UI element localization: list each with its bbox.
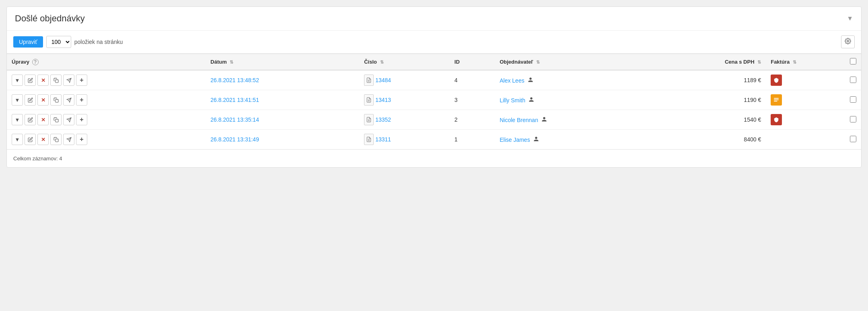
edit-button[interactable]: Upraviť <box>13 36 43 48</box>
price-cell: 1189 € <box>658 70 766 90</box>
order-id: 2 <box>450 110 495 130</box>
header-id: ID <box>450 54 495 70</box>
faktura-badge-red[interactable] <box>771 75 782 86</box>
faktura-cell <box>766 110 845 130</box>
svg-rect-1 <box>55 79 58 82</box>
faktura-cell <box>766 90 845 110</box>
edit-row-btn[interactable] <box>25 114 36 125</box>
send-icon <box>66 97 72 103</box>
shield-icon <box>773 77 779 83</box>
toolbar: Upraviť 100 10 25 50 200 položiek na str… <box>7 31 861 54</box>
copy-icon <box>53 97 59 103</box>
svg-rect-13 <box>55 139 58 141</box>
send-row-btn[interactable] <box>63 75 74 86</box>
row-checkbox[interactable] <box>850 77 856 83</box>
datum-link[interactable]: 26.8.2021 13:31:49 <box>210 136 259 143</box>
send-icon <box>66 137 72 142</box>
copy-row-btn[interactable] <box>50 94 62 106</box>
edit-row-btn[interactable] <box>25 75 36 86</box>
edit-row-btn[interactable] <box>25 94 36 106</box>
svg-rect-9 <box>774 101 777 102</box>
header-objednavatel[interactable]: Objednávateľ ⇅ <box>495 54 657 70</box>
table-row: ▼ ✕ + 26.8.2021 13:35:14 13352 2 Nicole … <box>7 110 861 130</box>
row-checkbox[interactable] <box>850 116 856 122</box>
send-row-btn[interactable] <box>63 134 74 145</box>
sort-cena-icon: ⇅ <box>757 60 761 65</box>
datum-link[interactable]: 26.8.2021 13:35:14 <box>210 116 259 123</box>
row-checkbox[interactable] <box>850 136 856 142</box>
price-cell: 8400 € <box>658 130 766 149</box>
order-id: 3 <box>450 90 495 110</box>
person-icon <box>528 77 533 84</box>
delete-row-btn[interactable]: ✕ <box>37 94 49 106</box>
pencil-icon <box>28 117 33 122</box>
pencil-icon <box>28 78 33 83</box>
dropdown-btn[interactable]: ▼ <box>12 94 23 106</box>
table-footer: Celkom záznamov: 4 <box>7 149 861 167</box>
action-buttons: ▼ ✕ + <box>12 114 201 125</box>
svg-rect-4 <box>55 99 58 102</box>
action-buttons: ▼ ✕ + <box>12 94 201 106</box>
copy-row-btn[interactable] <box>50 114 62 125</box>
table-row: ▼ ✕ + 26.8.2021 13:41:51 13413 3 Lilly S… <box>7 90 861 110</box>
svg-rect-8 <box>774 100 779 100</box>
cislo-link[interactable]: 13352 <box>375 116 391 123</box>
datum-link[interactable]: 26.8.2021 13:41:51 <box>210 97 259 103</box>
header-checkbox <box>845 54 861 70</box>
faktura-badge-red[interactable] <box>771 114 782 125</box>
faktura-cell <box>766 130 845 149</box>
orders-table: Úpravy ? Dátum ⇅ Číslo ⇅ ID Objednávateľ… <box>7 54 861 149</box>
objednavatel-link[interactable]: Lilly Smith <box>500 97 525 104</box>
header-datum[interactable]: Dátum ⇅ <box>206 54 359 70</box>
delete-row-btn[interactable]: ✕ <box>37 75 49 86</box>
cislo-link[interactable]: 13484 <box>375 77 391 83</box>
shield-icon <box>773 117 779 122</box>
svg-rect-7 <box>774 98 779 99</box>
collapse-icon[interactable]: ▼ <box>847 15 853 22</box>
select-all-checkbox[interactable] <box>850 58 856 64</box>
copy-icon <box>53 78 59 83</box>
datum-link[interactable]: 26.8.2021 13:48:52 <box>210 77 259 83</box>
person-icon <box>529 97 534 104</box>
order-id: 4 <box>450 70 495 90</box>
doc-icon <box>364 114 374 125</box>
objednavatel-link[interactable]: Alex Lees <box>500 77 524 84</box>
copy-row-btn[interactable] <box>50 75 62 86</box>
svg-point-0 <box>847 40 849 42</box>
add-row-btn[interactable]: + <box>76 134 87 145</box>
row-checkbox[interactable] <box>850 96 856 103</box>
send-row-btn[interactable] <box>63 94 74 106</box>
send-row-btn[interactable] <box>63 114 74 125</box>
person-icon <box>533 136 539 143</box>
copy-row-btn[interactable] <box>50 134 62 145</box>
delete-row-btn[interactable]: ✕ <box>37 114 49 125</box>
dropdown-btn[interactable]: ▼ <box>12 134 23 145</box>
add-row-btn[interactable]: + <box>76 114 87 125</box>
edit-row-btn[interactable] <box>25 134 36 145</box>
perpage-select[interactable]: 100 10 25 50 200 <box>46 36 71 48</box>
page-title: Došlé objednávky <box>15 13 85 24</box>
cislo-link[interactable]: 13311 <box>375 136 391 143</box>
objednavatel-link[interactable]: Elise James <box>500 137 530 143</box>
objednavatel-link[interactable]: Nicole Brennan <box>500 117 538 123</box>
total-records: Celkom záznamov: 4 <box>13 156 62 162</box>
pencil-icon <box>28 97 33 103</box>
sort-cislo-icon: ⇅ <box>380 60 384 65</box>
lines-icon <box>773 97 779 102</box>
dropdown-btn[interactable]: ▼ <box>12 75 23 86</box>
send-icon <box>66 78 72 83</box>
add-row-btn[interactable]: + <box>76 75 87 86</box>
copy-icon <box>53 137 59 142</box>
header-cena[interactable]: Cena s DPH ⇅ <box>658 54 766 70</box>
header-cislo[interactable]: Číslo ⇅ <box>359 54 450 70</box>
table-body: ▼ ✕ + 26.8.2021 13:48:52 13484 4 Alex Le… <box>7 70 861 149</box>
help-icon[interactable]: ? <box>32 59 39 65</box>
delete-row-btn[interactable]: ✕ <box>37 134 49 145</box>
header-faktura[interactable]: Faktúra ⇅ <box>766 54 845 70</box>
faktura-badge-orange[interactable] <box>771 94 782 106</box>
cislo-link[interactable]: 13413 <box>375 97 391 103</box>
copy-icon <box>53 117 59 122</box>
add-row-btn[interactable]: + <box>76 94 87 106</box>
dropdown-btn[interactable]: ▼ <box>12 114 23 125</box>
settings-button[interactable] <box>841 35 855 48</box>
